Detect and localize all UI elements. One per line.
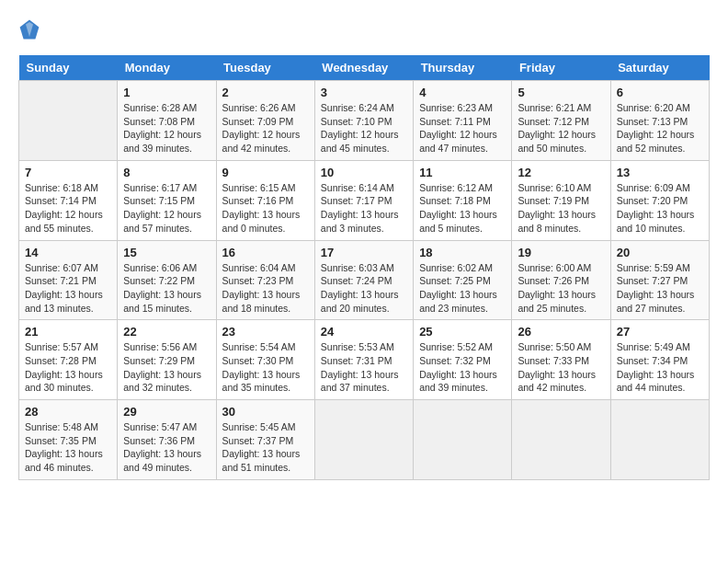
calendar-cell: 29Sunrise: 5:47 AMSunset: 7:36 PMDayligh… — [118, 400, 216, 480]
calendar-cell — [414, 400, 512, 480]
day-number: 12 — [518, 166, 604, 179]
calendar-week-row: 1Sunrise: 6:28 AMSunset: 7:08 PMDaylight… — [19, 81, 710, 161]
weekday-header: Tuesday — [216, 55, 314, 81]
day-info: Sunrise: 5:47 AMSunset: 7:36 PMDaylight:… — [123, 420, 210, 475]
day-number: 4 — [419, 86, 506, 99]
day-number: 11 — [419, 166, 506, 179]
day-number: 17 — [321, 246, 407, 259]
day-number: 6 — [617, 86, 703, 99]
day-info: Sunrise: 6:00 AMSunset: 7:26 PMDaylight:… — [518, 261, 604, 316]
calendar-week-row: 14Sunrise: 6:07 AMSunset: 7:21 PMDayligh… — [19, 240, 710, 320]
day-info: Sunrise: 6:21 AMSunset: 7:12 PMDaylight:… — [518, 101, 604, 155]
calendar-cell: 10Sunrise: 6:14 AMSunset: 7:17 PMDayligh… — [314, 160, 413, 240]
day-info: Sunrise: 5:57 AMSunset: 7:28 PMDaylight:… — [25, 340, 111, 395]
day-number: 5 — [518, 86, 604, 99]
day-info: Sunrise: 5:59 AMSunset: 7:27 PMDaylight:… — [617, 261, 703, 316]
calendar-cell: 6Sunrise: 6:20 AMSunset: 7:13 PMDaylight… — [610, 81, 709, 161]
weekday-header: Wednesday — [314, 55, 413, 81]
calendar-cell: 28Sunrise: 5:48 AMSunset: 7:35 PMDayligh… — [19, 400, 118, 480]
day-number: 18 — [419, 246, 506, 259]
day-number: 30 — [222, 405, 309, 419]
day-number: 24 — [321, 325, 407, 339]
day-number: 20 — [617, 246, 703, 259]
calendar-cell: 21Sunrise: 5:57 AMSunset: 7:28 PMDayligh… — [19, 320, 118, 400]
weekday-header: Thursday — [414, 55, 512, 81]
calendar-cell: 9Sunrise: 6:15 AMSunset: 7:16 PMDaylight… — [216, 160, 314, 240]
day-number: 29 — [123, 405, 210, 419]
day-number: 2 — [222, 86, 309, 99]
calendar-cell: 2Sunrise: 6:26 AMSunset: 7:09 PMDaylight… — [216, 81, 314, 161]
day-number: 9 — [222, 166, 309, 179]
calendar-cell: 1Sunrise: 6:28 AMSunset: 7:08 PMDaylight… — [118, 81, 216, 161]
day-number: 10 — [321, 166, 407, 179]
calendar-cell: 30Sunrise: 5:45 AMSunset: 7:37 PMDayligh… — [216, 400, 314, 480]
day-number: 27 — [617, 325, 703, 339]
calendar-week-row: 7Sunrise: 6:18 AMSunset: 7:14 PMDaylight… — [19, 160, 710, 240]
day-info: Sunrise: 6:17 AMSunset: 7:15 PMDaylight:… — [123, 181, 210, 236]
day-info: Sunrise: 6:23 AMSunset: 7:11 PMDaylight:… — [419, 101, 506, 155]
calendar-cell: 23Sunrise: 5:54 AMSunset: 7:30 PMDayligh… — [216, 320, 314, 400]
calendar-cell: 16Sunrise: 6:04 AMSunset: 7:23 PMDayligh… — [216, 240, 314, 320]
day-info: Sunrise: 5:53 AMSunset: 7:31 PMDaylight:… — [321, 340, 407, 395]
calendar-cell: 3Sunrise: 6:24 AMSunset: 7:10 PMDaylight… — [314, 81, 413, 161]
day-info: Sunrise: 6:02 AMSunset: 7:25 PMDaylight:… — [419, 261, 506, 316]
day-number: 21 — [25, 325, 111, 339]
calendar-cell: 19Sunrise: 6:00 AMSunset: 7:26 PMDayligh… — [512, 240, 610, 320]
calendar-cell: 17Sunrise: 6:03 AMSunset: 7:24 PMDayligh… — [314, 240, 413, 320]
day-number: 16 — [222, 246, 309, 259]
day-number: 13 — [617, 166, 703, 179]
day-number: 7 — [25, 166, 111, 179]
day-info: Sunrise: 5:49 AMSunset: 7:34 PMDaylight:… — [617, 340, 703, 395]
day-info: Sunrise: 6:07 AMSunset: 7:21 PMDaylight:… — [25, 261, 111, 316]
weekday-header: Friday — [512, 55, 610, 81]
day-number: 22 — [123, 325, 210, 339]
calendar-cell: 7Sunrise: 6:18 AMSunset: 7:14 PMDaylight… — [19, 160, 118, 240]
day-number: 3 — [321, 86, 407, 99]
weekday-header: Monday — [118, 55, 216, 81]
day-number: 14 — [25, 246, 111, 259]
calendar-cell: 13Sunrise: 6:09 AMSunset: 7:20 PMDayligh… — [610, 160, 709, 240]
calendar-cell: 18Sunrise: 6:02 AMSunset: 7:25 PMDayligh… — [414, 240, 512, 320]
day-info: Sunrise: 5:52 AMSunset: 7:32 PMDaylight:… — [419, 340, 506, 395]
day-info: Sunrise: 6:09 AMSunset: 7:20 PMDaylight:… — [617, 181, 703, 236]
day-info: Sunrise: 6:15 AMSunset: 7:16 PMDaylight:… — [222, 181, 309, 236]
day-number: 23 — [222, 325, 309, 339]
day-info: Sunrise: 6:24 AMSunset: 7:10 PMDaylight:… — [321, 101, 407, 155]
page-header — [18, 18, 710, 40]
calendar-cell — [610, 400, 709, 480]
calendar-cell: 4Sunrise: 6:23 AMSunset: 7:11 PMDaylight… — [414, 81, 512, 161]
day-info: Sunrise: 6:28 AMSunset: 7:08 PMDaylight:… — [123, 101, 210, 155]
calendar-table: SundayMondayTuesdayWednesdayThursdayFrid… — [18, 55, 710, 480]
logo-icon — [18, 18, 40, 40]
calendar-cell: 8Sunrise: 6:17 AMSunset: 7:15 PMDaylight… — [118, 160, 216, 240]
day-info: Sunrise: 6:14 AMSunset: 7:17 PMDaylight:… — [321, 181, 407, 236]
weekday-header: Sunday — [19, 55, 118, 81]
day-info: Sunrise: 5:45 AMSunset: 7:37 PMDaylight:… — [222, 420, 309, 475]
calendar-cell: 12Sunrise: 6:10 AMSunset: 7:19 PMDayligh… — [512, 160, 610, 240]
calendar-cell: 22Sunrise: 5:56 AMSunset: 7:29 PMDayligh… — [118, 320, 216, 400]
calendar-cell — [314, 400, 413, 480]
day-info: Sunrise: 6:26 AMSunset: 7:09 PMDaylight:… — [222, 101, 309, 155]
calendar-week-row: 21Sunrise: 5:57 AMSunset: 7:28 PMDayligh… — [19, 320, 710, 400]
day-number: 28 — [25, 405, 111, 419]
day-info: Sunrise: 6:12 AMSunset: 7:18 PMDaylight:… — [419, 181, 506, 236]
day-number: 26 — [518, 325, 604, 339]
day-info: Sunrise: 6:18 AMSunset: 7:14 PMDaylight:… — [25, 181, 111, 236]
day-info: Sunrise: 6:04 AMSunset: 7:23 PMDaylight:… — [222, 261, 309, 316]
day-number: 8 — [123, 166, 210, 179]
day-number: 19 — [518, 246, 604, 259]
calendar-cell: 27Sunrise: 5:49 AMSunset: 7:34 PMDayligh… — [610, 320, 709, 400]
calendar-header-row: SundayMondayTuesdayWednesdayThursdayFrid… — [19, 55, 710, 81]
day-info: Sunrise: 6:10 AMSunset: 7:19 PMDaylight:… — [518, 181, 604, 236]
weekday-header: Saturday — [610, 55, 709, 81]
calendar-cell: 26Sunrise: 5:50 AMSunset: 7:33 PMDayligh… — [512, 320, 610, 400]
day-info: Sunrise: 6:20 AMSunset: 7:13 PMDaylight:… — [617, 101, 703, 155]
day-number: 25 — [419, 325, 506, 339]
logo — [18, 18, 44, 40]
calendar-cell: 25Sunrise: 5:52 AMSunset: 7:32 PMDayligh… — [414, 320, 512, 400]
calendar-cell: 24Sunrise: 5:53 AMSunset: 7:31 PMDayligh… — [314, 320, 413, 400]
calendar-cell: 20Sunrise: 5:59 AMSunset: 7:27 PMDayligh… — [610, 240, 709, 320]
day-number: 1 — [123, 86, 210, 99]
calendar-cell: 5Sunrise: 6:21 AMSunset: 7:12 PMDaylight… — [512, 81, 610, 161]
calendar-cell — [19, 81, 118, 161]
